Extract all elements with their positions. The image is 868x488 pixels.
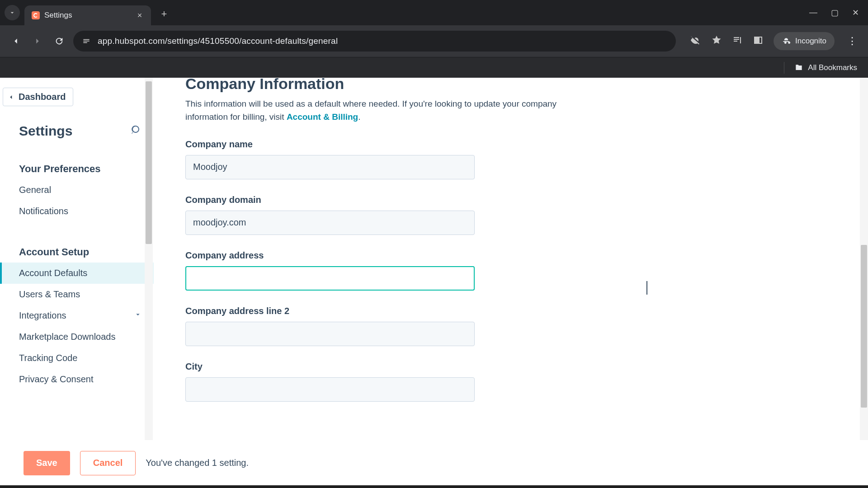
sidebar-item-label: Integrations — [19, 310, 66, 321]
nav-back-button[interactable] — [8, 33, 24, 49]
sidebar-item-label: General — [19, 185, 51, 195]
address-bar[interactable]: app.hubspot.com/settings/45105500/accoun… — [73, 31, 676, 52]
sidebar-item-privacy-consent[interactable]: Privacy & Consent — [0, 369, 154, 390]
sidebar-item-label: Users & Teams — [19, 289, 80, 300]
sidebar-item-label: Notifications — [19, 206, 68, 216]
sidebar-item-label: Account Defaults — [19, 268, 87, 278]
account-billing-link[interactable]: Account & Billing — [287, 112, 358, 122]
tab-search-button[interactable] — [5, 5, 20, 20]
window-minimize-button[interactable]: — — [809, 8, 817, 18]
sidebar-item-integrations[interactable]: Integrations — [0, 305, 154, 326]
chevron-down-icon — [134, 310, 142, 321]
label-company-address-2: Company address line 2 — [185, 306, 769, 316]
main-scrollbar-thumb[interactable] — [861, 245, 867, 408]
settings-search-button[interactable] — [131, 125, 142, 137]
sidebar-item-account-defaults[interactable]: Account Defaults — [0, 263, 154, 284]
eye-off-icon[interactable] — [690, 35, 701, 47]
section-description: This information will be used as a defau… — [185, 97, 601, 124]
input-company-domain[interactable] — [185, 211, 475, 235]
sidebar-item-general[interactable]: General — [0, 179, 154, 201]
address-url: app.hubspot.com/settings/45105500/accoun… — [98, 36, 338, 46]
bookmarks-separator — [784, 62, 784, 74]
input-company-address[interactable] — [185, 266, 475, 291]
new-tab-button[interactable]: + — [156, 6, 172, 22]
nav-section-account-setup: Account Setup — [0, 222, 154, 263]
sidebar-item-users-teams[interactable]: Users & Teams — [0, 284, 154, 305]
settings-title: Settings — [19, 123, 72, 139]
lead-text-post: . — [358, 112, 360, 122]
label-city: City — [185, 361, 769, 372]
nav-reload-button[interactable] — [52, 33, 67, 49]
sidebar-item-label: Tracking Code — [19, 353, 77, 363]
all-bookmarks-button[interactable]: All Bookmarks — [794, 63, 857, 72]
browser-tab-active[interactable]: Settings × — [24, 5, 151, 25]
browser-toolbar: app.hubspot.com/settings/45105500/accoun… — [0, 25, 868, 57]
settings-sidebar: Dashboard Settings Your Preferences Gene… — [0, 78, 154, 485]
sidebar-scrollbar-thumb[interactable] — [146, 81, 152, 244]
bookmark-star-icon[interactable] — [711, 35, 722, 47]
label-company-address: Company address — [185, 250, 769, 261]
nav-section-your-preferences: Your Preferences — [0, 139, 154, 179]
incognito-chip[interactable]: Incognito — [774, 32, 835, 50]
all-bookmarks-label: All Bookmarks — [808, 63, 857, 72]
browser-menu-button[interactable]: ⋮ — [844, 35, 860, 47]
cancel-button[interactable]: Cancel — [80, 451, 136, 475]
sidebar-item-label: Privacy & Consent — [19, 374, 94, 385]
save-button[interactable]: Save — [24, 451, 70, 475]
lead-text: This information will be used as a defau… — [185, 99, 557, 122]
settings-main: Company Information This information wil… — [154, 78, 868, 485]
label-company-domain: Company domain — [185, 195, 769, 205]
input-company-name[interactable] — [185, 155, 475, 179]
save-status-text: You've changed 1 setting. — [146, 458, 249, 468]
label-company-name: Company name — [185, 139, 769, 150]
sidebar-scrollbar[interactable]: ▼ — [145, 78, 153, 485]
window-maximize-button[interactable]: ▢ — [831, 8, 839, 18]
reading-list-icon[interactable] — [732, 35, 743, 47]
incognito-label: Incognito — [795, 37, 826, 46]
bookmarks-bar: All Bookmarks — [0, 57, 868, 78]
tab-title: Settings — [44, 11, 72, 20]
tab-close-button[interactable]: × — [136, 11, 144, 19]
address-actions: Incognito ⋮ — [690, 32, 860, 50]
hubspot-favicon-icon — [32, 11, 40, 19]
sidebar-item-marketplace-downloads[interactable]: Marketplace Downloads — [0, 326, 154, 347]
side-panel-icon[interactable] — [753, 35, 764, 47]
window-controls: — ▢ ✕ — [809, 8, 863, 18]
browser-tabstrip: Settings × + — ▢ ✕ — [0, 0, 868, 25]
window-close-button[interactable]: ✕ — [852, 8, 859, 18]
back-label: Dashboard — [19, 92, 66, 102]
site-settings-icon[interactable] — [81, 36, 91, 46]
input-company-address-2[interactable] — [185, 322, 475, 346]
input-city[interactable] — [185, 377, 475, 402]
main-scrollbar[interactable] — [860, 78, 868, 485]
save-bar: Save Cancel You've changed 1 setting. — [0, 440, 868, 485]
os-taskbar-edge — [0, 485, 868, 488]
sidebar-item-tracking-code[interactable]: Tracking Code — [0, 347, 154, 369]
back-to-dashboard-button[interactable]: Dashboard — [3, 88, 73, 106]
sidebar-item-notifications[interactable]: Notifications — [0, 201, 154, 222]
page-viewport: Dashboard Settings Your Preferences Gene… — [0, 78, 868, 485]
sidebar-item-label: Marketplace Downloads — [19, 332, 115, 342]
nav-forward-button[interactable] — [30, 33, 45, 49]
section-heading-company-information: Company Information — [185, 78, 769, 93]
